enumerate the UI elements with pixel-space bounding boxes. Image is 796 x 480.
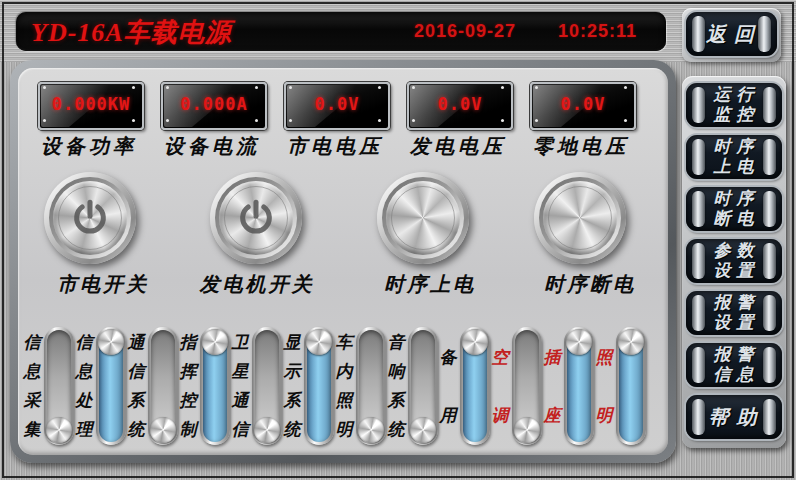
toggle-knob — [202, 329, 228, 355]
button-label-line: 参数 — [714, 241, 760, 261]
toggle-knob — [514, 417, 540, 443]
sidebar-button-run-monitor[interactable]: 运行监控 — [686, 83, 782, 127]
button-label-line: 设置 — [714, 313, 760, 333]
switch-label: 指挥控制 — [178, 328, 198, 444]
display-label-mains-voltage: 市电电压 — [265, 133, 405, 160]
toggle-knob — [566, 329, 592, 355]
button-label-line: 报警 — [714, 293, 760, 313]
lcd-mains-voltage: 0.0V — [284, 82, 390, 130]
display-label-equipment-current: 设备电流 — [142, 133, 282, 160]
switch-label: 备用 — [438, 328, 458, 444]
lcd-neutral-ground-voltage: 0.0V — [530, 82, 636, 130]
toggle-knob — [98, 329, 124, 355]
toggle-cabin-lighting[interactable] — [356, 327, 386, 445]
switch-label: 卫星通信 — [230, 328, 250, 444]
lcd-generator-voltage: 0.0V — [407, 82, 513, 130]
switch-label: 信息采集 — [22, 328, 42, 444]
switch-label: 音响系统 — [386, 328, 406, 444]
switch-unit-satellite-comm: 卫星通信 — [230, 324, 282, 448]
toggle-knob — [254, 417, 280, 443]
switch-unit-display-system: 显示系统 — [282, 324, 334, 448]
button-label-line: 监控 — [714, 105, 760, 125]
sidebar-button-sequence-power-on[interactable]: 时序上电 — [686, 135, 782, 179]
toggle-socket[interactable] — [564, 327, 594, 445]
toggle-lighting[interactable] — [616, 327, 646, 445]
lcd-value: 0.0V — [532, 84, 634, 124]
back-button-label: 返回 — [701, 23, 762, 45]
back-button[interactable]: 返回 — [686, 12, 777, 56]
switch-label: 照明 — [594, 328, 614, 444]
toggle-air-conditioner[interactable] — [512, 327, 542, 445]
toggle-knob — [358, 417, 384, 443]
switch-unit-info-collection: 信息采集 — [22, 324, 74, 448]
toggle-knob — [462, 329, 488, 355]
toggle-spare[interactable] — [460, 327, 490, 445]
switch-label: 插座 — [542, 328, 562, 444]
sidebar-button-parameter-settings[interactable]: 参数设置 — [686, 239, 782, 283]
knob-label-mains-switch: 市电开关 — [13, 271, 193, 298]
switch-unit-communication-system: 通信系统 — [126, 324, 178, 448]
switch-unit-lighting: 照明 — [594, 324, 646, 448]
button-label-line: 报警 — [714, 345, 760, 365]
display-label-neutral-ground-voltage: 零地电压 — [511, 133, 651, 160]
switch-unit-spare: 备用 — [438, 324, 490, 448]
toggle-display-system[interactable] — [304, 327, 334, 445]
toggle-audio-system[interactable] — [408, 327, 438, 445]
toggle-command-control[interactable] — [200, 327, 230, 445]
button-label-line: 信息 — [714, 365, 760, 385]
switch-label: 显示系统 — [282, 328, 302, 444]
lcd-value: 0.0V — [409, 84, 511, 124]
button-label-line: 时序 — [714, 137, 760, 157]
time-display: 10:25:11 — [558, 21, 637, 42]
knob-label-generator-switch: 发电机开关 — [167, 271, 347, 298]
switch-unit-air-conditioner: 空调 — [490, 324, 542, 448]
switch-unit-command-control: 指挥控制 — [178, 324, 230, 448]
toggle-knob — [410, 417, 436, 443]
lcd-value: 0.000KW — [40, 84, 142, 124]
button-label-line: 上电 — [714, 157, 760, 177]
knob-label-sequence-power-off: 时序断电 — [500, 271, 680, 298]
lcd-equipment-power: 0.000KW — [38, 82, 144, 130]
title-bar: YD-16A车载电源 2016-09-27 10:25:11 — [16, 12, 666, 51]
switch-unit-socket: 插座 — [542, 324, 594, 448]
toggle-knob — [618, 329, 644, 355]
date-display: 2016-09-27 — [414, 21, 516, 42]
button-label-line: 断电 — [714, 209, 760, 229]
lcd-equipment-current: 0.000A — [161, 82, 267, 130]
switch-label: 车内照明 — [334, 328, 354, 444]
knob-label-sequence-power-on: 时序上电 — [340, 271, 520, 298]
generator-switch-knob[interactable] — [210, 172, 302, 264]
toggle-switch-row: 信息采集 信息处理 通信系统 指挥控制 卫星通信 显示系统 车内照明 音响系统 … — [22, 324, 640, 448]
sidebar-button-alarm-info[interactable]: 报警信息 — [686, 343, 782, 387]
switch-label: 通信系统 — [126, 328, 146, 444]
switch-unit-audio-system: 音响系统 — [386, 324, 438, 448]
sidebar-button-sequence-power-off[interactable]: 时序断电 — [686, 187, 782, 231]
page-title: YD-16A车载电源 — [31, 15, 232, 50]
toggle-communication-system[interactable] — [148, 327, 178, 445]
switch-label: 信息处理 — [74, 328, 94, 444]
switch-label: 空调 — [490, 328, 510, 444]
lcd-value: 0.000A — [163, 84, 265, 124]
button-label-line: 时序 — [714, 189, 760, 209]
sequence-power-off-knob[interactable] — [534, 172, 626, 264]
power-icon — [236, 198, 276, 238]
button-label-line: 帮助 — [709, 406, 765, 428]
toggle-info-processing[interactable] — [96, 327, 126, 445]
toggle-knob — [46, 417, 72, 443]
toggle-info-collection[interactable] — [44, 327, 74, 445]
button-label-line: 运行 — [714, 85, 760, 105]
switch-unit-info-processing: 信息处理 — [74, 324, 126, 448]
display-label-generator-voltage: 发电电压 — [388, 133, 528, 160]
power-icon — [70, 198, 110, 238]
toggle-satellite-comm[interactable] — [252, 327, 282, 445]
button-label-line: 设置 — [714, 261, 760, 281]
sequence-power-on-knob[interactable] — [377, 172, 469, 264]
display-label-equipment-power: 设备功率 — [19, 133, 159, 160]
toggle-knob — [150, 417, 176, 443]
toggle-knob — [306, 329, 332, 355]
sidebar-button-help[interactable]: 帮助 — [686, 395, 782, 439]
switch-unit-cabin-lighting: 车内照明 — [334, 324, 386, 448]
mains-switch-knob[interactable] — [44, 172, 136, 264]
sidebar-button-alarm-settings[interactable]: 报警设置 — [686, 291, 782, 335]
lcd-value: 0.0V — [286, 84, 388, 124]
